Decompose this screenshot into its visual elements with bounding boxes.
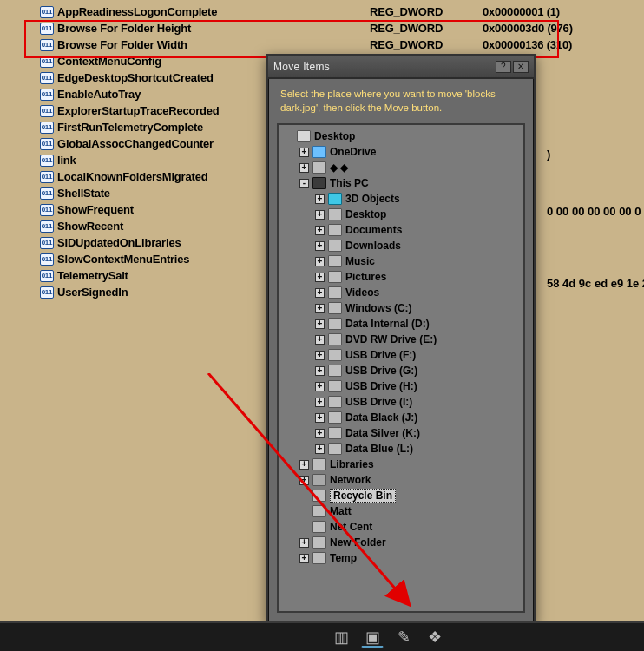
expand-icon[interactable]: +: [315, 429, 325, 438]
tree-node[interactable]: +Data Internal (D:): [280, 316, 522, 332]
tree-node[interactable]: +New Folder: [280, 535, 522, 550]
expand-icon[interactable]: +: [315, 257, 325, 266]
tree-node[interactable]: +Data Blue (L:): [280, 441, 522, 457]
toggle-spacer: [299, 523, 309, 532]
tree-node-label: USB Drive (F:): [345, 349, 416, 361]
taskbar-app-3[interactable]: ✎: [392, 627, 415, 648]
reg-value-icon: 011: [40, 122, 54, 134]
taskbar-app-1[interactable]: ▥: [330, 627, 352, 648]
reg-value-icon: 011: [40, 286, 54, 299]
folder-tree[interactable]: Desktop+OneDrive+◆ ◆-This PC+3D Objects+…: [277, 123, 525, 613]
tree-node-label: This PC: [330, 177, 369, 189]
expand-icon[interactable]: +: [315, 444, 325, 454]
taskbar-app-2[interactable]: ▣: [361, 627, 384, 648]
tree-node[interactable]: +Data Silver (K:): [280, 425, 522, 441]
tree-node[interactable]: Net Cent: [280, 519, 522, 535]
tree-node-label: DVD RW Drive (E:): [345, 333, 437, 345]
reg-value-name: AppReadinessLogonComplete: [57, 5, 370, 18]
reg-value-data-overflow: 58 4d 9c ed e9 1e 2: [547, 277, 644, 290]
cloud-icon: [312, 146, 326, 158]
tree-node[interactable]: +Desktop: [280, 207, 522, 222]
tree-node[interactable]: +Pictures: [280, 269, 522, 285]
tree-node[interactable]: +Downloads: [280, 238, 522, 253]
tree-node[interactable]: +Data Black (J:): [280, 410, 522, 425]
tree-node[interactable]: +DVD RW Drive (E:): [280, 332, 522, 347]
tree-node-label: Pictures: [345, 271, 386, 283]
drv-icon: [328, 427, 342, 439]
expand-icon[interactable]: +: [315, 226, 325, 235]
tree-node-label: ◆ ◆: [330, 161, 348, 174]
expand-icon[interactable]: +: [299, 554, 309, 563]
expand-icon[interactable]: +: [299, 460, 309, 470]
expand-icon[interactable]: +: [315, 273, 325, 282]
tree-node[interactable]: +Videos: [280, 285, 522, 300]
tree-node[interactable]: +◆ ◆: [280, 160, 522, 175]
registry-value-row[interactable]: 011Browse For Folder HeightREG_DWORD0x00…: [9, 20, 644, 36]
registry-value-row[interactable]: 011Browse For Folder WidthREG_DWORD0x000…: [9, 36, 644, 53]
expand-icon[interactable]: +: [315, 194, 325, 204]
expand-icon[interactable]: +: [315, 210, 325, 220]
tree-node-label: New Folder: [330, 536, 386, 549]
toggle-spacer: [299, 491, 309, 501]
drv-icon: [328, 365, 342, 377]
dialog-help-button[interactable]: ?: [496, 61, 511, 73]
tree-node[interactable]: +Libraries: [280, 457, 522, 472]
tree-node[interactable]: +USB Drive (F:): [280, 347, 522, 363]
tree-node[interactable]: +OneDrive: [280, 144, 522, 160]
tree-node[interactable]: Matt: [280, 503, 522, 519]
registry-value-row[interactable]: 011AppReadinessLogonCompleteREG_DWORD0x0…: [9, 3, 644, 20]
expand-icon[interactable]: +: [315, 335, 325, 345]
drv-icon: [328, 224, 342, 236]
taskbar: ▥▣✎❖: [0, 621, 644, 651]
reg-value-type: REG_DWORD: [370, 38, 483, 51]
expand-icon[interactable]: +: [315, 382, 325, 391]
drv-icon: [312, 505, 326, 517]
tree-node[interactable]: +Network: [280, 472, 522, 488]
tree-node-label: Data Black (J:): [345, 411, 417, 424]
drv-icon: [328, 443, 342, 455]
taskbar-app-4[interactable]: ❖: [424, 627, 446, 648]
tree-node[interactable]: +USB Drive (I:): [280, 394, 522, 410]
expand-icon[interactable]: +: [315, 366, 325, 376]
tree-node[interactable]: +Temp: [280, 550, 522, 566]
tree-node[interactable]: -This PC: [280, 175, 522, 191]
dialog-title: Move Items: [273, 61, 494, 73]
reg-value-icon: 011: [40, 23, 54, 35]
tree-node-label: Music: [345, 255, 375, 267]
expand-icon[interactable]: +: [315, 304, 325, 313]
expand-icon[interactable]: +: [299, 476, 309, 485]
reg-value-icon: 011: [40, 204, 54, 216]
tree-node[interactable]: +USB Drive (G:): [280, 363, 522, 378]
tree-node[interactable]: Recycle Bin: [280, 488, 522, 503]
drv-icon: [328, 208, 342, 220]
expand-icon[interactable]: +: [315, 351, 325, 360]
tree-node[interactable]: +3D Objects: [280, 191, 522, 207]
dialog-close-button[interactable]: ✕: [513, 61, 529, 73]
tree-node[interactable]: +USB Drive (H:): [280, 378, 522, 394]
expand-icon[interactable]: +: [315, 241, 325, 251]
collapse-icon[interactable]: -: [299, 179, 309, 188]
reg-value-icon: 011: [40, 72, 54, 84]
tree-node[interactable]: +Windows (C:): [280, 300, 522, 316]
reg-value-name: Browse For Folder Height: [57, 22, 370, 35]
tree-node-label: 3D Objects: [345, 193, 400, 205]
drv-icon: [328, 411, 342, 424]
tree-node-label: Data Internal (D:): [345, 318, 430, 330]
expand-icon[interactable]: +: [315, 413, 325, 423]
expand-icon[interactable]: +: [299, 148, 309, 157]
dialog-titlebar[interactable]: Move Items ? ✕: [268, 56, 534, 79]
reg-value-data-overflow: ): [547, 148, 550, 161]
tree-node-label: Net Cent: [330, 521, 372, 533]
tree-node-label: USB Drive (H:): [345, 380, 417, 392]
reg-value-icon: 011: [40, 105, 54, 117]
drv-icon: [312, 552, 326, 564]
tree-node[interactable]: Desktop: [280, 128, 522, 144]
expand-icon[interactable]: +: [315, 398, 325, 407]
expand-icon[interactable]: +: [315, 288, 325, 298]
expand-icon[interactable]: +: [315, 319, 325, 329]
drv-icon: [328, 240, 342, 252]
tree-node[interactable]: +Music: [280, 253, 522, 269]
expand-icon[interactable]: +: [299, 538, 309, 548]
tree-node[interactable]: +Documents: [280, 222, 522, 238]
expand-icon[interactable]: +: [299, 163, 309, 173]
